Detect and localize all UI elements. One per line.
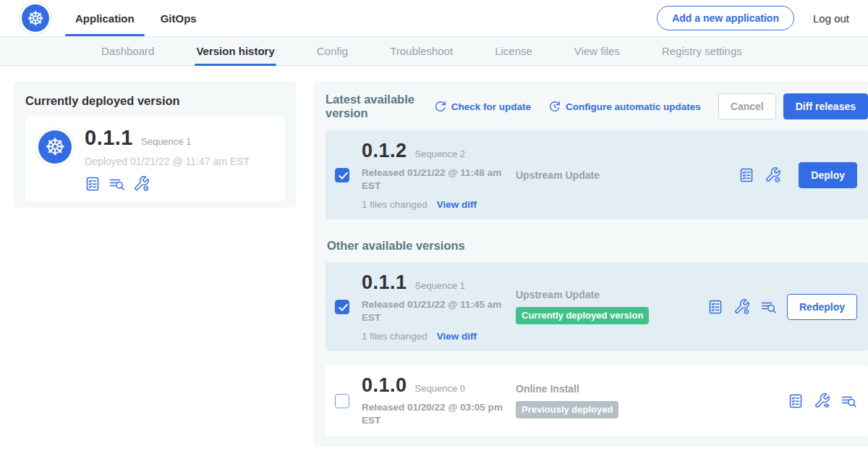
- currently-deployed-card: Currently deployed version 0.1.1 Sequenc…: [14, 81, 297, 208]
- subnav-view-files[interactable]: View files: [574, 37, 620, 65]
- app-kubernetes-icon: [38, 130, 72, 164]
- auto-update-clock-icon: [548, 100, 561, 113]
- version-row-0-1-0: 0.1.0 Sequence 0 Released 01/20/22 @ 03:…: [326, 366, 868, 436]
- deployed-timestamp: Deployed 01/21/22 @ 11:47 am EST: [85, 156, 250, 167]
- version-source: Upstream Update: [516, 289, 707, 300]
- version-source: Online Install: [516, 383, 707, 395]
- preflight-checklist-icon[interactable]: [85, 176, 101, 192]
- diff-releases-button[interactable]: Diff releases: [783, 93, 868, 119]
- version-number: 0.1.0: [362, 374, 407, 397]
- kubernetes-logo-icon: [22, 4, 49, 32]
- released-timestamp: Released 01/21/22 @ 11:45 am EST: [362, 298, 516, 324]
- preflight-checklist-icon[interactable]: [707, 299, 723, 315]
- edit-config-icon[interactable]: [765, 167, 781, 183]
- subnav-registry-settings[interactable]: Registry settings: [662, 37, 742, 65]
- view-diff-link[interactable]: View diff: [437, 199, 477, 210]
- deploy-button[interactable]: Deploy: [799, 162, 857, 188]
- view-config-icon[interactable]: [814, 392, 830, 409]
- currently-deployed-badge: Currently deployed version: [516, 307, 649, 324]
- subnav-dashboard[interactable]: Dashboard: [101, 37, 154, 65]
- version-history-panel: Latest available version Check for updat…: [313, 81, 868, 447]
- deploy-logs-icon[interactable]: [841, 393, 857, 409]
- diff-select-checkbox[interactable]: [335, 300, 349, 314]
- cancel-button[interactable]: Cancel: [718, 93, 776, 119]
- currently-deployed-title: Currently deployed version: [25, 94, 285, 108]
- subnav-license[interactable]: License: [495, 37, 532, 65]
- sequence-label: Sequence 0: [415, 383, 465, 394]
- deployed-version-number: 0.1.1: [85, 126, 133, 150]
- sequence-label: Sequence 2: [415, 148, 465, 159]
- files-changed-label: 1 files changed: [362, 199, 427, 210]
- edit-config-icon[interactable]: [133, 175, 150, 192]
- version-number: 0.1.2: [362, 140, 407, 162]
- view-diff-link[interactable]: View diff: [437, 331, 477, 342]
- version-source: Upstream Update: [516, 169, 707, 181]
- version-row-0-1-1: 0.1.1 Sequence 1 Released 01/21/22 @ 11:…: [326, 262, 868, 351]
- subnav-troubleshoot[interactable]: Troubleshoot: [390, 37, 453, 65]
- check-for-update-link[interactable]: Check for update: [434, 100, 531, 113]
- preflight-checklist-icon[interactable]: [788, 393, 804, 409]
- logout-button[interactable]: Log out: [813, 12, 849, 25]
- deploy-logs-icon[interactable]: [109, 176, 125, 192]
- refresh-icon: [434, 100, 447, 113]
- files-changed-label: 1 files changed: [362, 331, 427, 342]
- released-timestamp: Released 01/21/22 @ 11:48 am EST: [362, 167, 516, 192]
- configure-automatic-updates-link[interactable]: Configure automatic updates: [548, 100, 701, 113]
- other-available-versions-title: Other available versions: [327, 239, 868, 253]
- preflight-checklist-icon[interactable]: [739, 167, 754, 183]
- edit-config-icon[interactable]: [733, 298, 750, 315]
- subnav-version-history[interactable]: Version history: [196, 37, 274, 65]
- diff-select-checkbox[interactable]: [335, 168, 349, 182]
- navbar-right: Add a new application Log out: [657, 6, 849, 30]
- latest-version-header: Latest available version Check for updat…: [326, 93, 868, 120]
- redeploy-button[interactable]: Redeploy: [787, 294, 857, 320]
- tab-application[interactable]: Application: [65, 0, 145, 36]
- deployed-sequence-label: Sequence 1: [141, 136, 191, 147]
- main-content: Currently deployed version 0.1.1 Sequenc…: [0, 66, 868, 447]
- add-new-application-button[interactable]: Add a new application: [657, 6, 794, 30]
- deploy-logs-icon[interactable]: [760, 299, 777, 315]
- version-row-0-1-2: 0.1.2 Sequence 2 Released 01/21/22 @ 11:…: [326, 130, 868, 219]
- tab-gitops[interactable]: GitOps: [150, 0, 207, 36]
- previously-deployed-badge: Previously deployed: [516, 401, 618, 418]
- app-subnav: Dashboard Version history Config Trouble…: [0, 36, 868, 66]
- deployed-version-card: 0.1.1 Sequence 1 Deployed 01/21/22 @ 11:…: [25, 117, 285, 201]
- top-navbar: Application GitOps Add a new application…: [0, 0, 868, 36]
- version-number: 0.1.1: [362, 271, 407, 294]
- subnav-config[interactable]: Config: [317, 37, 348, 65]
- released-timestamp: Released 01/20/22 @ 03:05 pm EST: [362, 401, 516, 426]
- sequence-label: Sequence 1: [415, 280, 465, 291]
- latest-available-title: Latest available version: [326, 93, 422, 120]
- diff-select-checkbox[interactable]: [335, 394, 349, 408]
